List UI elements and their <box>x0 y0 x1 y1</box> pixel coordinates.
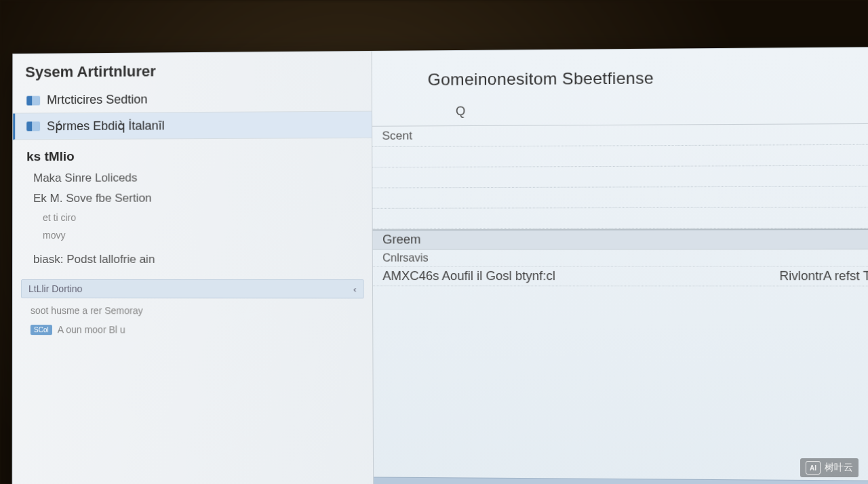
main-pane: Gomeinonesitom Sbeetfiense Q Scent Greem… <box>372 47 868 484</box>
nav-subitem-1[interactable]: movy <box>13 226 372 244</box>
nav-primary-0[interactable]: Mrtcticires Sedtion <box>13 85 372 113</box>
nav-item-1[interactable]: Ek M. Sove fbe Sertion <box>13 188 372 209</box>
nav-primary-1[interactable]: Sṕrmes Ebdiq̀ İtalanīl <box>13 112 372 140</box>
detail-row-1-right: RivlontrA refst T <box>779 269 868 284</box>
detail-row-0-left: Cnlrsavis <box>382 252 429 264</box>
list-line-3[interactable] <box>372 186 868 209</box>
nav-primary-0-label: Mrtcticires Sedtion <box>47 92 147 107</box>
app-window: Sysem Artirtnlurer Mrtcticires Sedtion S… <box>12 47 868 484</box>
nav-primary-1-label: Sṕrmes Ebdiq̀ İtalanīl <box>47 118 165 134</box>
list-area-top: Scent <box>372 124 868 230</box>
search-row[interactable]: Q <box>372 99 868 127</box>
chevron-icon: ‹ <box>353 284 356 294</box>
nav-footer-2-label: A oun moor Bl u <box>58 324 125 335</box>
list-line-2[interactable] <box>372 165 868 188</box>
group-header[interactable]: Greem <box>373 229 868 250</box>
nav-select[interactable]: LtLlir Dortino ‹ <box>21 279 364 298</box>
watermark-label: 树叶云 <box>825 462 853 474</box>
nav-badge: SCol <box>31 325 52 335</box>
spacer <box>373 286 868 481</box>
nav-footer-2[interactable]: SCol A oun moor Bl u <box>13 320 372 340</box>
search-icon: Q <box>456 104 466 119</box>
detail-row-1[interactable]: AMXC46s Aoufil il Gosl btynf:cl Rivlontr… <box>373 267 868 287</box>
nav-select-label: LtLlir Dortino <box>28 283 83 294</box>
watermark-icon: AI <box>806 461 821 475</box>
nav-subitem-0[interactable]: et ti ciro <box>13 208 372 226</box>
list-line-1[interactable] <box>372 145 868 168</box>
nav-section-header: ks tMlio <box>13 138 372 168</box>
list-line-4[interactable] <box>373 207 868 229</box>
watermark: AI 树叶云 <box>800 458 859 477</box>
nav-item-0[interactable]: Maka Sinre Loliceds <box>13 167 372 188</box>
detail-row-1-left: AMXC46s Aoufil il Gosl btynf:cl <box>382 269 555 283</box>
detail-row-0[interactable]: Cnlrsavis <box>373 249 868 267</box>
sidebar: Sysem Artirtnlurer Mrtcticires Sedtion S… <box>13 52 374 484</box>
page-title: Gomeinonesitom Sbeetfiense <box>372 47 868 102</box>
chart-icon <box>26 96 40 105</box>
list-line-0[interactable]: Scent <box>372 124 868 147</box>
nav-item-2[interactable]: biask: Podst lallofrie ain <box>13 249 372 270</box>
chart-icon <box>26 121 40 131</box>
app-title: Sysem Artirtnlurer <box>13 58 372 88</box>
nav-footer-1: soot husme a rer Semoray <box>13 301 372 321</box>
